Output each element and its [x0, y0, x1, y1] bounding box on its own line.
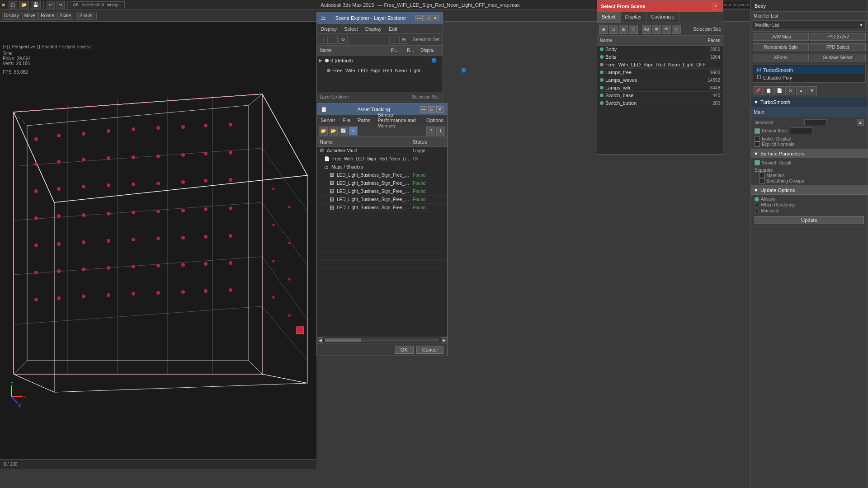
iterations-up-btn[interactable]: ▲	[857, 119, 864, 126]
always-radio[interactable]	[755, 197, 759, 202]
smoothing-groups-cb[interactable]	[759, 178, 764, 183]
scene-select-close[interactable]: ✕	[712, 3, 719, 9]
tab-fpd-select[interactable]: FPD Select	[810, 43, 866, 51]
snaps-btn[interactable]: Snaps	[77, 12, 94, 20]
file-new-btn[interactable]: ▢	[9, 1, 17, 9]
asset-tool1[interactable]: 📁	[319, 127, 328, 136]
scene-item-sign[interactable]: Free_WiFi_LED_Sign_Red_Neon_Light_OFF 0	[597, 61, 723, 69]
cancel-button[interactable]: Cancel	[416, 346, 443, 354]
select-btn[interactable]: Display	[2, 12, 21, 20]
rotate-btn[interactable]: Rotate	[38, 12, 56, 20]
menu-options[interactable]: Options	[423, 117, 447, 124]
modifier-list-dropdown[interactable]: Modifier List ▼	[753, 20, 866, 29]
del-layer-btn[interactable]: −	[329, 36, 338, 44]
turbosmooth-header[interactable]: ▼ TurboSmooth	[751, 97, 868, 107]
delete-mod-btn[interactable]: ✕	[785, 86, 795, 95]
file-save-btn[interactable]: 💾	[31, 1, 41, 9]
smooth-result-cb[interactable]	[755, 160, 760, 165]
asset-info-btn[interactable]: ℹ	[436, 127, 445, 136]
render-iters-input[interactable]: 2	[790, 127, 812, 134]
viewport-area[interactable]: [+] [ Perspective ] [ Shaded + Edged Fac…	[0, 22, 316, 469]
tab-select[interactable]: Select	[597, 12, 621, 23]
asset-row-maps[interactable]: 🗂 Maps / Shaders	[317, 163, 447, 171]
asset-row-tex1[interactable]: 🖼 LED_Light_Business_Sign_Free_WiFi_glos…	[317, 171, 447, 179]
menu-edit[interactable]: Edit	[385, 25, 401, 33]
scene-item-lamps-wifi[interactable]: Lamps_wifi 8448	[597, 84, 723, 92]
asset-help-btn[interactable]: ?	[426, 127, 435, 136]
tab-fpd[interactable]: FPD 2x2x2	[810, 33, 866, 41]
file-open-btn[interactable]: 📂	[19, 1, 29, 9]
scene-item-bolts[interactable]: Bolts 3264	[597, 53, 723, 61]
restore-panel-btn[interactable]: □	[424, 15, 431, 21]
asset-row-tex3[interactable]: 🖼 LED_Light_Business_Sign_Free_WiFi_Norm…	[317, 188, 447, 196]
asset-tool2[interactable]: 📂	[329, 127, 338, 136]
new-layer-btn[interactable]: +	[319, 36, 328, 44]
asset-restore-btn[interactable]: □	[428, 106, 435, 113]
menu-select[interactable]: Select	[340, 25, 362, 33]
menu-server[interactable]: Server	[317, 117, 339, 124]
tab-uwv-map[interactable]: UVW Map	[753, 33, 809, 41]
scene-item-lamps-waves[interactable]: Lamps_waves 14592	[597, 76, 723, 84]
isoline-cb[interactable]	[755, 136, 760, 141]
asset-row-tex4[interactable]: 🖼 LED_Light_Business_Sign_Free_WiFi_Red_…	[317, 196, 447, 204]
tab-renderable-spln[interactable]: Renderable Spln	[753, 43, 809, 51]
asset-row-file[interactable]: 📄 Free_WiFi_LED_Sign_Red_Neon_Light_OFF_…	[317, 155, 447, 163]
scene-item-lamps-free[interactable]: Lamps_free 9600	[597, 69, 723, 76]
pin-btn[interactable]: 📌	[753, 86, 763, 95]
select-all-btn[interactable]: ■	[599, 25, 608, 34]
asset-row-tex2[interactable]: 🖼 LED_Light_Business_Sign_Free_WiFi_ior.…	[317, 179, 447, 188]
asset-tool4[interactable]: ≡	[349, 127, 358, 136]
update-button[interactable]: Update	[755, 216, 864, 224]
update-options-header[interactable]: ▼ Update Options	[751, 186, 868, 195]
iterations-input[interactable]: 0	[804, 119, 827, 126]
layer-view-btn1[interactable]: ≡	[389, 36, 398, 44]
modifier-item-editable-poly[interactable]: ☐ Editable Poly	[754, 74, 864, 81]
scroll-right-btn[interactable]: ▶	[441, 337, 447, 343]
scene-item-body[interactable]: Body 3050	[597, 46, 723, 53]
asset-tool3[interactable]: 🔄	[339, 127, 348, 136]
redo-btn[interactable]: ↪	[57, 1, 65, 9]
move-down-btn[interactable]: ▼	[807, 86, 817, 95]
modifier-item-turbosmooth[interactable]: ☑ TurboSmooth	[754, 66, 864, 74]
move-btn[interactable]: Move	[22, 12, 38, 20]
paste-btn[interactable]: 📄	[774, 86, 784, 95]
scene-items-list[interactable]: Body 3050 Bolts 3264 Free_WiFi_LED_Sign_…	[597, 46, 723, 154]
select-filter-btn[interactable]: ▽	[629, 25, 638, 34]
explicit-normals-cb[interactable]	[755, 141, 760, 147]
scale-btn[interactable]: Scale	[57, 12, 73, 20]
menu-paths[interactable]: Paths	[354, 117, 374, 124]
close-panel-btn[interactable]: ✕	[432, 15, 439, 21]
when-rendering-radio[interactable]	[755, 203, 759, 207]
asset-scrollbar[interactable]: ◀ ▶	[317, 337, 447, 343]
render-iters-cb[interactable]	[755, 128, 760, 134]
materials-cb[interactable]	[759, 173, 764, 178]
select-invert-btn[interactable]: ⊞	[619, 25, 628, 34]
hide-btn[interactable]: 👁	[662, 25, 671, 34]
undo-btn[interactable]: ↩	[47, 1, 55, 9]
layer-item-1[interactable]: Free_WiFi_LED_Sign_Red_Neon_Light... 🔵	[317, 66, 443, 75]
asset-close-btn[interactable]: ✕	[436, 106, 443, 113]
scene-item-switch-base[interactable]: Switch_base 440	[597, 92, 723, 99]
menu-display[interactable]: Display	[317, 25, 340, 33]
select-none-btn[interactable]: □	[609, 25, 618, 34]
sub-obj-btn[interactable]: ◎	[672, 25, 681, 34]
layer-item-0[interactable]: ▶ 0 (default) 🔵	[317, 56, 443, 66]
ok-button[interactable]: OK	[395, 346, 414, 354]
surface-params-header[interactable]: ▼ Surface Parameters	[751, 149, 868, 158]
layer-view-btn2[interactable]: ⊞	[399, 36, 408, 44]
tab-surface-select[interactable]: Surface Select	[810, 54, 866, 61]
tab-customize[interactable]: Customize	[646, 12, 679, 23]
menu-display2[interactable]: Display	[362, 25, 385, 33]
layer-settings-btn[interactable]: ⚙	[339, 36, 348, 44]
tab-display[interactable]: Display	[621, 12, 646, 23]
scrollbar-thumb[interactable]	[325, 338, 361, 342]
case-btn[interactable]: Aa	[642, 25, 651, 34]
move-up-btn[interactable]: ▲	[796, 86, 806, 95]
asset-scrollable-area[interactable]: 🏛 Autodesk Vault Logge... 📄 Free_WiFi_LE…	[317, 147, 447, 337]
scroll-left-btn[interactable]: ◀	[317, 337, 323, 343]
menu-bitmap-perf[interactable]: Bitmap Performance and Memory	[374, 111, 423, 129]
tab-xform[interactable]: XForm	[753, 54, 809, 61]
manually-radio[interactable]	[755, 209, 759, 213]
minimize-panel-btn[interactable]: —	[415, 15, 423, 21]
asset-row-tex5[interactable]: 🖼 LED_Light_Business_Sign_Free_WiFi_refl…	[317, 204, 447, 212]
